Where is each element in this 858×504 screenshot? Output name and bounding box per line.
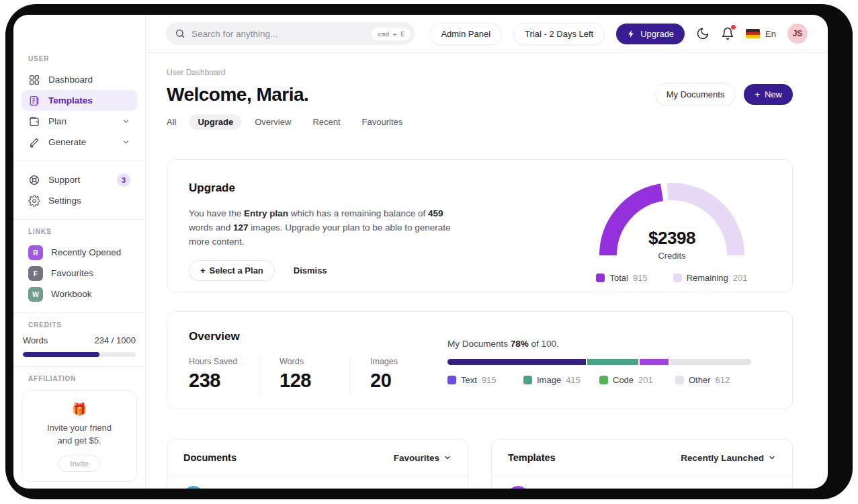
dismiss-button[interactable]: Dismiss — [294, 265, 327, 276]
sidebar-item-settings[interactable]: Settings — [22, 190, 137, 211]
filter-tabs: All Upgrade Overview Recent Favourites — [159, 114, 793, 130]
invite-button[interactable]: Invite — [58, 456, 100, 472]
overview-card: Overview Hours Saved 238 Words 128 Image… — [167, 311, 793, 409]
sidebar-item-dashboard[interactable]: Dashboard — [22, 69, 137, 90]
bar-segment-other — [670, 359, 751, 365]
gauge-center-label: Credits — [599, 251, 745, 261]
sidebar-item-support[interactable]: Support 3 — [22, 169, 137, 190]
notifications-button[interactable] — [721, 27, 734, 40]
plus-icon: + — [200, 265, 206, 276]
dark-mode-toggle[interactable] — [696, 27, 710, 40]
sidebar-link-recently-opened[interactable]: R Recently Opened — [22, 242, 137, 263]
sidebar-item-templates[interactable]: Templates — [22, 90, 137, 111]
tab-overview[interactable]: Overview — [247, 114, 299, 130]
sidebar-link-label: Workbook — [51, 289, 92, 299]
dashboard-grid-icon — [28, 74, 40, 86]
wallet-icon — [28, 116, 40, 128]
new-button-label: New — [765, 89, 782, 99]
moon-icon — [696, 27, 710, 40]
sidebar-divider — [13, 366, 145, 367]
lightning-bolt-icon — [627, 30, 636, 38]
legend-item-total: Total 915 — [596, 273, 647, 283]
user-avatar[interactable]: JS — [787, 24, 808, 44]
sidebar: USER Dashboard Templates Plan — [13, 15, 146, 489]
stat-images: Images 20 — [370, 357, 433, 392]
tab-recent[interactable]: Recent — [304, 114, 348, 130]
sidebar-section-user-label: USER — [28, 55, 130, 62]
documents-progress-text: My Documents 78% of 100. — [447, 339, 751, 349]
tab-all[interactable]: All — [159, 114, 184, 130]
stacked-bar-chart — [447, 359, 751, 365]
credits-progress-track — [23, 352, 136, 357]
credits-gauge: $2398 Credits Total 915 Remaining 201 — [599, 180, 745, 283]
sidebar-section-credits-label: CREDITS — [28, 321, 130, 329]
sidebar-item-label: Generate — [48, 137, 86, 147]
gear-icon — [28, 195, 40, 207]
chevron-down-icon — [443, 454, 452, 462]
my-documents-button[interactable]: My Documents — [655, 83, 736, 106]
credits-words-value: 234 / 1000 — [95, 335, 136, 345]
credits-progress-fill — [23, 352, 99, 357]
language-selector[interactable]: En — [746, 29, 776, 39]
affiliation-text-line1: Invite your friend — [29, 422, 130, 435]
breadcrumb: User Dashboard — [167, 68, 793, 77]
tab-favourites[interactable]: Favourites — [354, 114, 411, 130]
legend-swatch — [523, 376, 532, 384]
sidebar-item-label: Templates — [48, 95, 93, 106]
legend-item-image: Image 415 — [523, 375, 599, 385]
trial-status-button[interactable]: Trial - 2 Days Left — [513, 23, 605, 45]
stat-divider — [259, 357, 259, 394]
notification-dot — [731, 25, 736, 30]
documents-filter-dropdown[interactable]: Favourites — [394, 453, 452, 463]
legend-swatch — [596, 274, 605, 282]
search-icon — [175, 28, 185, 39]
page-title: Welcome, Maria. — [167, 84, 308, 106]
sidebar-item-plan[interactable]: Plan — [22, 111, 137, 132]
search-shortcut-badge: cmd + E — [372, 28, 411, 40]
stat-words: Words 128 — [280, 357, 343, 392]
select-plan-button[interactable]: + Select a Plan — [189, 260, 275, 281]
gauge-center-value: $2398 — [599, 228, 745, 249]
support-count-badge: 3 — [117, 173, 130, 187]
document-avatar — [183, 486, 204, 489]
templates-document-icon — [28, 95, 40, 107]
legend-swatch — [673, 274, 682, 282]
search-input[interactable] — [191, 29, 366, 39]
admin-panel-button[interactable]: Admin Panel — [429, 23, 502, 45]
upgrade-card-body: You have the Entry plan which has a rema… — [189, 207, 466, 249]
bar-legend: Text 915 Image 415 Code 201 — [447, 375, 751, 385]
documents-card: Documents Favourites Untitled Document i… — [167, 439, 468, 489]
language-label: En — [765, 29, 776, 39]
pencil-icon — [28, 136, 40, 149]
tab-upgrade[interactable]: Upgrade — [189, 114, 241, 130]
sidebar-link-workbook[interactable]: W Workbook — [22, 284, 137, 304]
upgrade-button[interactable]: Upgrade — [616, 24, 685, 44]
template-avatar — [508, 486, 528, 489]
sidebar-item-label: Settings — [48, 196, 81, 206]
sidebar-link-favourites[interactable]: F Favourites — [22, 263, 137, 284]
legend-item-remaining: Remaining 201 — [673, 273, 748, 283]
templates-filter-dropdown[interactable]: Recently Launched — [681, 453, 776, 463]
sidebar-item-generate[interactable]: Generate — [22, 132, 137, 153]
legend-swatch — [675, 376, 684, 384]
stat-divider — [349, 357, 350, 394]
sidebar-item-label: Plan — [48, 116, 67, 126]
chevron-down-icon — [122, 138, 130, 146]
documents-card-title: Documents — [183, 452, 237, 463]
link-avatar: F — [28, 266, 43, 281]
gauge-legend: Total 915 Remaining 201 — [599, 273, 745, 283]
bar-segment-text — [447, 359, 586, 365]
document-row[interactable]: Untitled Document in Workbook — [167, 476, 468, 489]
chevron-down-icon — [768, 454, 776, 462]
link-avatar: W — [28, 287, 43, 302]
legend-item-code: Code 201 — [599, 375, 675, 385]
legend-item-text: Text 915 — [447, 375, 523, 385]
sidebar-divider — [13, 312, 145, 313]
template-row[interactable]: Blog Post Title in Workbook — [492, 476, 792, 489]
search-bar[interactable]: cmd + E — [166, 22, 415, 45]
legend-swatch — [599, 376, 608, 384]
chevron-down-icon — [122, 117, 130, 126]
upgrade-button-label: Upgrade — [640, 29, 674, 39]
new-button[interactable]: + New — [744, 84, 793, 105]
link-avatar: R — [28, 245, 43, 260]
